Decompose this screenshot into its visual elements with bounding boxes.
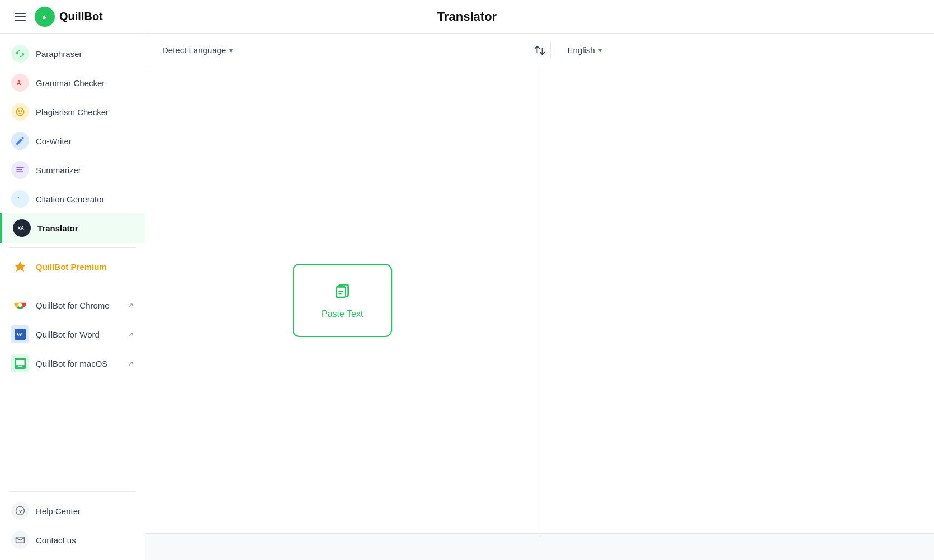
- chrome-icon: [11, 296, 29, 314]
- sidebar-divider-1: [9, 247, 136, 248]
- svg-text:XA: XA: [18, 226, 25, 231]
- svg-rect-25: [339, 284, 343, 287]
- svg-point-5: [21, 110, 22, 112]
- paraphraser-icon: [11, 45, 29, 63]
- main-layout: Paraphraser A Grammar Checker: [0, 34, 934, 560]
- word-external-icon: ↗: [128, 330, 134, 339]
- sidebar-item-macos[interactable]: QuillBot for macOS ↗: [0, 349, 145, 378]
- macos-label: QuillBot for macOS: [36, 359, 107, 368]
- premium-icon: [11, 258, 29, 276]
- svg-point-4: [18, 110, 20, 112]
- svg-rect-8: [16, 171, 23, 172]
- sidebar-main-section: Paraphraser A Grammar Checker: [0, 39, 145, 487]
- swap-icon: [534, 44, 546, 56]
- sidebar-item-plagiarism[interactable]: Plagiarism Checker: [0, 97, 145, 126]
- source-panel-content: Paste Text: [145, 67, 540, 533]
- source-lang-button[interactable]: Detect Language ▾: [157, 42, 238, 58]
- chrome-label: QuillBot for Chrome: [36, 301, 110, 310]
- sidebar-item-chrome[interactable]: QuillBot for Chrome ↗: [0, 291, 145, 320]
- grammar-label: Grammar Checker: [36, 78, 105, 88]
- target-lang-chevron-icon: ▾: [598, 46, 602, 54]
- sidebar-item-summarizer[interactable]: Summarizer: [0, 155, 145, 184]
- source-lang-selector: Detect Language ▾: [145, 42, 529, 58]
- svg-rect-6: [16, 167, 24, 168]
- content-area: Detect Language ▾ English ▾: [145, 34, 934, 560]
- svg-rect-18: [18, 366, 22, 367]
- sidebar: Paraphraser A Grammar Checker: [0, 34, 145, 560]
- sidebar-item-help[interactable]: ? Help Center: [0, 496, 145, 525]
- citation-icon: ": [11, 190, 29, 208]
- svg-text:": ": [16, 194, 20, 203]
- logo-icon: [35, 7, 55, 27]
- svg-rect-7: [16, 169, 22, 170]
- paste-text-label: Paste Text: [322, 309, 363, 319]
- summarizer-icon: [11, 161, 29, 179]
- macos-icon: [11, 354, 29, 372]
- paste-icon: [333, 282, 351, 303]
- svg-rect-24: [337, 287, 346, 297]
- translator-toolbar: Detect Language ▾ English ▾: [145, 34, 934, 67]
- help-icon: ?: [11, 502, 29, 520]
- sidebar-item-citation[interactable]: " Citation Generator: [0, 184, 145, 213]
- svg-rect-19: [17, 367, 23, 367]
- menu-toggle-button[interactable]: [11, 10, 29, 24]
- sidebar-divider-2: [9, 286, 136, 286]
- translation-panels: Paste Text: [145, 67, 934, 533]
- translator-label: Translator: [37, 224, 78, 233]
- plagiarism-icon: [11, 103, 29, 121]
- sidebar-item-paraphraser[interactable]: Paraphraser: [0, 39, 145, 68]
- paraphraser-label: Paraphraser: [36, 49, 82, 59]
- premium-label: QuillBot Premium: [36, 262, 107, 272]
- contact-label: Contact us: [36, 535, 76, 545]
- svg-text:W: W: [16, 331, 22, 338]
- target-panel: [540, 67, 935, 533]
- cowriter-label: Co-Writer: [36, 136, 72, 146]
- svg-point-3: [16, 108, 24, 116]
- cowriter-icon: [11, 132, 29, 150]
- app-header: QuillBot Translator: [0, 0, 934, 34]
- plagiarism-label: Plagiarism Checker: [36, 107, 109, 117]
- svg-rect-17: [16, 360, 25, 365]
- source-lang-chevron-icon: ▾: [229, 46, 233, 54]
- target-lang-label: English: [568, 45, 595, 55]
- word-label: QuillBot for Word: [36, 330, 100, 339]
- sidebar-item-contact[interactable]: Contact us: [0, 525, 145, 554]
- sidebar-item-grammar[interactable]: A Grammar Checker: [0, 68, 145, 97]
- logo-text: QuillBot: [59, 10, 103, 23]
- target-lang-button[interactable]: English ▾: [562, 42, 607, 58]
- target-panel-content: [540, 67, 935, 533]
- chrome-external-icon: ↗: [128, 301, 134, 310]
- logo-area: QuillBot: [35, 7, 103, 27]
- quillbot-logo-svg: [39, 11, 51, 23]
- svg-text:A: A: [17, 79, 21, 86]
- translator-icon: XA: [13, 219, 31, 237]
- sidebar-divider-3: [9, 491, 136, 492]
- summarizer-label: Summarizer: [36, 165, 81, 175]
- source-panel: Paste Text: [145, 67, 540, 533]
- svg-marker-11: [15, 261, 26, 272]
- paste-text-button[interactable]: Paste Text: [293, 264, 392, 337]
- sidebar-item-premium[interactable]: QuillBot Premium: [0, 252, 145, 281]
- svg-point-1: [45, 15, 46, 17]
- target-lang-selector: English ▾: [550, 42, 935, 58]
- source-lang-label: Detect Language: [162, 45, 226, 55]
- svg-point-13: [18, 303, 22, 307]
- page-title: Translator: [437, 10, 497, 24]
- sidebar-item-translator[interactable]: XA Translator: [0, 213, 145, 243]
- swap-languages-button[interactable]: [529, 40, 550, 61]
- sidebar-bottom-section: ? Help Center Contact us: [0, 496, 145, 554]
- footer-bar: [145, 533, 934, 560]
- sidebar-item-word[interactable]: W QuillBot for Word ↗: [0, 320, 145, 349]
- svg-text:?: ?: [19, 508, 22, 514]
- word-icon: W: [11, 325, 29, 343]
- help-label: Help Center: [36, 506, 81, 516]
- sidebar-item-cowriter[interactable]: Co-Writer: [0, 126, 145, 155]
- contact-icon: [11, 531, 29, 549]
- citation-label: Citation Generator: [36, 194, 105, 204]
- grammar-icon: A: [11, 74, 29, 92]
- macos-external-icon: ↗: [128, 359, 134, 368]
